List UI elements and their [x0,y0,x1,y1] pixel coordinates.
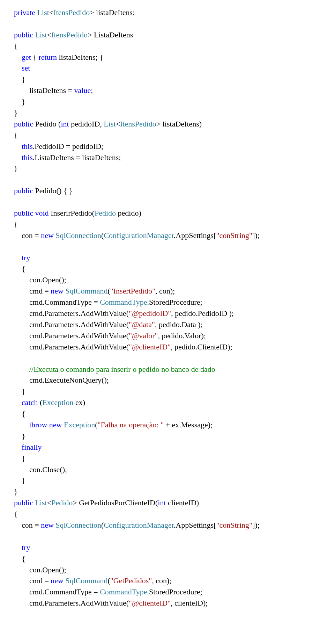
brace-open: { [14,264,27,273]
method-name: InserirPedido( [49,209,95,217]
param-add: cmd.Parameters.AddWithValue( [14,309,129,318]
type-pedido: Pedido [51,498,73,507]
type-sqlcommand: SqlCommand [64,576,108,585]
type-configmanager: ConfigurationManager [104,231,173,240]
sp-member: .StoredProcedure; [147,587,204,596]
con-assign: con = [14,231,41,240]
type-itenspedido: ItensPedido [51,30,88,39]
type-list: List [104,120,116,128]
kw-private: private [14,8,35,17]
angle-open: < [47,30,51,39]
kw-this: this [14,153,33,162]
type-exception: Exception [42,398,73,407]
param-close: clienteID) [166,498,201,507]
brace-open: { [14,131,20,139]
angle-open: < [116,120,120,128]
paren: ( [38,398,42,407]
brace-close: } [14,108,20,117]
brace-open: { [14,454,27,463]
param-close: ex) [73,398,87,407]
ctor-name: Pedido ( [33,120,61,128]
kw-return: return [38,53,57,61]
appsettings: .AppSettings[ [174,231,216,240]
str-pedidoid: "@pedidoID" [129,309,171,318]
kw-this: this [14,142,33,151]
kw-try: try [14,543,30,552]
param-close: > listaDeItens) [156,120,204,128]
param-close: , clienteID); [171,599,210,607]
close: , con); [152,576,173,585]
type-list: List [33,498,47,507]
kw-public: public [14,209,33,217]
param-close: , pedido.Data ); [155,320,204,329]
brace-open: { [14,554,27,563]
brace-close: } [14,97,27,106]
str-falha: "Falha na operação: " [98,420,164,429]
assign: .ListaDeItens = listaDeItens; [33,153,123,162]
close: , con); [155,287,177,295]
param: pedidoID, [69,120,104,128]
paren: ( [107,576,110,585]
con-open: con.Open(); [14,275,68,284]
cmdtype: cmd.CommandType = [14,298,100,306]
cmdtype: cmd.CommandType = [14,587,100,596]
brace-close: } [14,487,20,496]
angle-open: < [49,8,53,17]
str-data: "@data" [129,320,155,329]
brace-open: { [14,220,20,229]
type-sqlcommand: SqlCommand [64,287,108,295]
kw-new: new [41,521,54,529]
param-add: cmd.Parameters.AddWithValue( [14,599,129,607]
kw-int: int [61,120,69,128]
type-list: List [33,30,47,39]
kw-public: public [14,120,33,128]
param-close: pedido) [116,209,143,217]
str-constring: "conString" [216,231,252,240]
param-close: , pedido.PedidoID ); [171,309,236,318]
param-add: cmd.Parameters.AddWithValue( [14,342,129,351]
type-pedido: Pedido [95,209,116,217]
brace: { [31,53,39,61]
brace-close: } [14,476,27,485]
param-close: , pedido.Valor); [158,331,208,340]
param-add: cmd.Parameters.AddWithValue( [14,320,129,329]
kw-try: try [14,253,30,262]
semicolon: ; [91,86,95,95]
close: ]); [252,231,261,240]
type-commandtype: CommandType [100,298,147,306]
brace-open: { [14,75,27,84]
type-itenspedido: ItensPedido [53,8,90,17]
code-block: private List<ItensPedido> listaDeItens; … [14,7,321,609]
execnonquery: cmd.ExecuteNonQuery(); [14,376,111,384]
kw-set: set [14,64,30,72]
close: ]); [252,521,261,529]
type-configmanager: ConfigurationManager [104,521,173,529]
return-expr: listaDeItens; } [57,53,105,61]
ctor-empty: Pedido() { } [33,186,75,195]
brace-close: } [14,432,27,440]
prop-name: > ListaDeItens [88,30,135,39]
type-commandtype: CommandType [100,587,147,596]
str-clienteid: "@clienteID" [129,599,171,607]
kw-value: value [74,86,91,95]
brace-open: { [14,42,20,50]
kw-new: new [51,287,64,295]
angle-open: < [47,498,51,507]
kw-get: get [14,53,31,61]
assign-left: listaDeItens = [14,86,74,95]
kw-public: public [14,186,33,195]
kw-public: public [14,498,33,507]
type-itenspedido: ItensPedido [120,120,156,128]
brace-close: } [14,164,20,173]
comment-execute: //Executa o comando para inserir o pedid… [14,365,217,374]
kw-new: new [49,420,62,429]
concat-close: + ex.Message); [164,420,215,429]
type-list: List [35,8,49,17]
param-add: cmd.Parameters.AddWithValue( [14,331,129,340]
str-valor: "@valor" [129,331,158,340]
str-insertpedido: "InsertPedido" [110,287,155,295]
cmd-assign: cmd = [14,287,51,295]
type-sqlconnection: SqlConnection [54,521,101,529]
paren: ( [107,287,110,295]
str-getpedidos: "GetPedidos" [110,576,152,585]
